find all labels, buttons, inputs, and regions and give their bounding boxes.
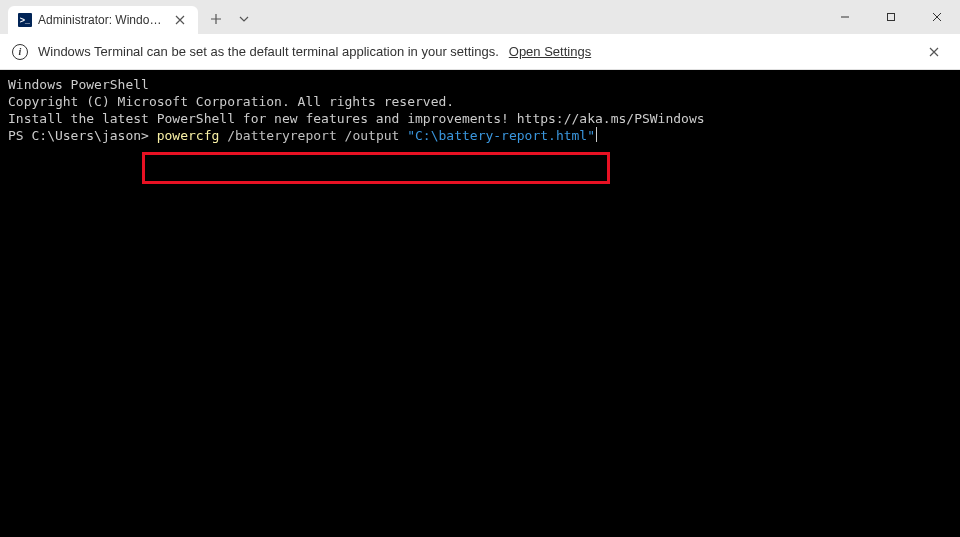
tabs-area: >_ Administrator: Windows PowerS [0, 0, 258, 34]
prompt: PS C:\Users\jason> [8, 127, 157, 144]
open-settings-link[interactable]: Open Settings [509, 44, 591, 59]
terminal-line: Install the latest PowerShell for new fe… [8, 110, 952, 127]
highlight-box [142, 152, 610, 184]
titlebar: >_ Administrator: Windows PowerS [0, 0, 960, 34]
info-bar: i Windows Terminal can be set as the def… [0, 34, 960, 70]
command-string: "C:\battery-report.html" [407, 127, 595, 144]
new-tab-button[interactable] [202, 5, 230, 33]
window-controls [822, 0, 960, 34]
tab-title: Administrator: Windows PowerS [38, 13, 166, 27]
maximize-button[interactable] [868, 0, 914, 34]
powershell-icon: >_ [18, 13, 32, 27]
tab-powershell[interactable]: >_ Administrator: Windows PowerS [8, 6, 198, 34]
terminal-area[interactable]: Windows PowerShell Copyright (C) Microso… [0, 70, 960, 537]
prompt-line: PS C:\Users\jason> powercfg /batteryrepo… [8, 127, 952, 144]
info-close-button[interactable] [920, 38, 948, 66]
terminal-line: Windows PowerShell [8, 76, 952, 93]
tab-dropdown-button[interactable] [230, 5, 258, 33]
info-icon: i [12, 44, 28, 60]
command-args: /batteryreport /output [219, 127, 407, 144]
command-executable: powercfg [157, 127, 220, 144]
terminal-line: Copyright (C) Microsoft Corporation. All… [8, 93, 952, 110]
cursor [596, 127, 597, 142]
terminal-window: >_ Administrator: Windows PowerS [0, 0, 960, 537]
info-message: Windows Terminal can be set as the defau… [38, 44, 499, 59]
minimize-button[interactable] [822, 0, 868, 34]
tab-close-button[interactable] [172, 12, 188, 28]
close-window-button[interactable] [914, 0, 960, 34]
svg-rect-0 [888, 14, 895, 21]
